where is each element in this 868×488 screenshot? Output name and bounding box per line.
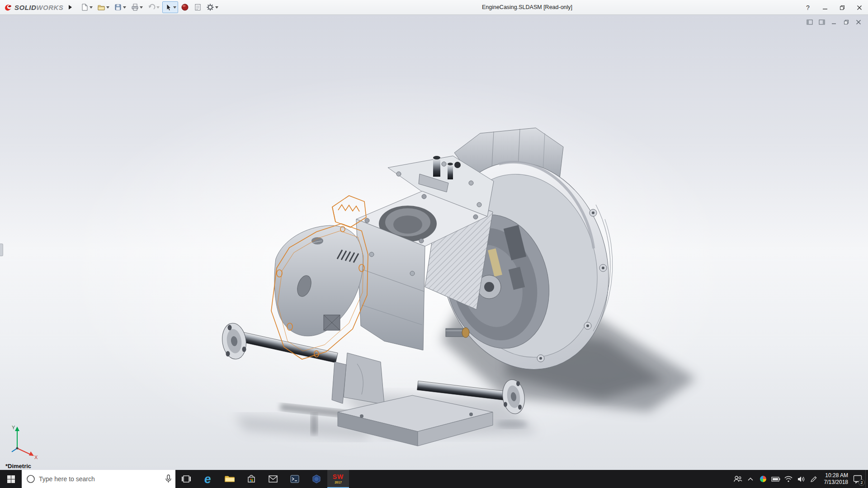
brand-solid: SOLID [14, 4, 36, 11]
system-tray: 10:28 AM 7/13/2018 2 [731, 470, 868, 488]
new-document-icon [80, 3, 89, 11]
store-icon [247, 474, 256, 483]
dropdown-caret-icon [156, 6, 160, 9]
solidworks-window: SOLIDWORKS [0, 0, 868, 488]
network-button[interactable] [782, 470, 795, 488]
solidworks-app-icon: SW [333, 474, 344, 480]
restore-icon [840, 5, 845, 10]
dropdown-caret-icon [140, 6, 143, 9]
document-title: EngineCasing.SLDASM [Read-only] [482, 4, 572, 10]
taskbar-clock[interactable]: 10:28 AM 7/13/2018 [820, 470, 850, 488]
minimize-button[interactable] [816, 0, 834, 15]
solidworks-taskbar-button[interactable]: SW 2017 [327, 470, 349, 488]
gear-icon [206, 3, 214, 11]
dropdown-caret-icon [173, 6, 176, 9]
mail-icon [269, 475, 278, 483]
dassault-systemes-logo-icon [4, 3, 13, 11]
model-3d-view[interactable] [0, 15, 868, 470]
start-button[interactable] [0, 470, 22, 488]
hexagon-app-icon [312, 474, 321, 483]
view-orientation-label: *Dimetric [5, 463, 31, 469]
show-desktop-strip[interactable] [865, 470, 868, 488]
save-floppy-icon [114, 3, 122, 11]
dropdown-caret-icon [123, 6, 126, 9]
open-folder-icon [97, 3, 105, 11]
doc-minimize-button[interactable] [830, 19, 838, 26]
undo-arrow-icon [147, 3, 156, 11]
document-window-controls [806, 19, 863, 26]
windows-logo-icon [7, 475, 15, 483]
help-button[interactable]: ? [799, 0, 816, 15]
print-button[interactable] [129, 1, 145, 13]
colorful-app-icon [760, 475, 767, 483]
printer-icon [131, 3, 139, 11]
doc-restore-button[interactable] [842, 19, 850, 26]
search-input[interactable] [39, 475, 165, 483]
file-explorer-button[interactable] [219, 470, 241, 488]
volume-button[interactable] [795, 470, 807, 488]
people-icon [733, 475, 742, 483]
chevron-up-icon [748, 477, 753, 481]
dropdown-caret-icon [90, 6, 93, 9]
tray-colorful-app-button[interactable] [757, 470, 769, 488]
battery-button[interactable] [769, 470, 782, 488]
brand-text: SOLIDWORKS [14, 4, 63, 11]
mail-button[interactable] [262, 470, 284, 488]
task-view-icon [182, 475, 191, 483]
people-button[interactable] [731, 470, 744, 488]
options-button[interactable] [204, 1, 220, 13]
pen-icon [810, 475, 817, 483]
solidworks-logo: SOLIDWORKS [0, 3, 66, 11]
expander-arrow-icon [68, 5, 72, 9]
new-document-button[interactable] [79, 1, 94, 13]
doc-close-button[interactable] [854, 19, 863, 26]
taskbar-search[interactable] [22, 470, 175, 488]
cortana-icon [26, 474, 35, 483]
file-explorer-icon [225, 475, 235, 483]
tray-overflow-button[interactable] [744, 470, 757, 488]
battery-icon [771, 477, 780, 482]
wifi-icon [784, 476, 793, 482]
orientation-triad: Y X [8, 423, 41, 460]
minimize-icon [822, 5, 828, 10]
doc-dock-right-button[interactable] [818, 19, 826, 26]
dock-right-icon [819, 19, 825, 25]
save-button[interactable] [112, 1, 128, 13]
close-button[interactable] [851, 0, 868, 15]
pen-button[interactable] [807, 470, 820, 488]
undo-button[interactable] [146, 1, 161, 13]
open-document-button[interactable] [95, 1, 111, 13]
dropdown-caret-icon [106, 6, 109, 9]
graphics-area[interactable]: Y X *Dimetric [0, 15, 868, 470]
dropdown-caret-icon [215, 6, 218, 9]
task-view-button[interactable] [175, 470, 197, 488]
quick-access-toolbar [79, 1, 220, 13]
brand-works: WORKS [36, 4, 63, 11]
file-properties-button[interactable] [192, 1, 203, 13]
edge-icon: e [204, 473, 212, 485]
clock-time: 10:28 AM [825, 472, 848, 479]
doc-restore-icon [844, 19, 849, 25]
doc-dock-left-button[interactable] [806, 19, 814, 26]
terminal-button[interactable] [284, 470, 306, 488]
store-button[interactable] [241, 470, 262, 488]
rebuild-button[interactable] [179, 1, 191, 13]
hexagon-app-button[interactable] [306, 470, 327, 488]
file-properties-icon [193, 3, 202, 11]
action-center-button[interactable]: 2 [850, 470, 865, 488]
microphone-icon[interactable] [165, 474, 172, 483]
window-controls: ? [799, 0, 868, 15]
titlebar: SOLIDWORKS [0, 0, 868, 15]
doc-close-icon [856, 19, 861, 25]
panel-collapse-handle[interactable] [0, 244, 3, 256]
edge-browser-button[interactable]: e [197, 470, 219, 488]
windows-taskbar: e [0, 470, 868, 488]
toolbar-expander-button[interactable] [66, 2, 74, 13]
notification-badge: 2 [859, 479, 865, 486]
restore-button[interactable] [834, 0, 851, 15]
speaker-icon [797, 476, 805, 483]
select-cursor-icon [164, 3, 172, 11]
clock-date: 7/13/2018 [824, 479, 848, 486]
select-tool-button[interactable] [162, 1, 178, 13]
solidworks-app-version: 2017 [335, 481, 342, 484]
